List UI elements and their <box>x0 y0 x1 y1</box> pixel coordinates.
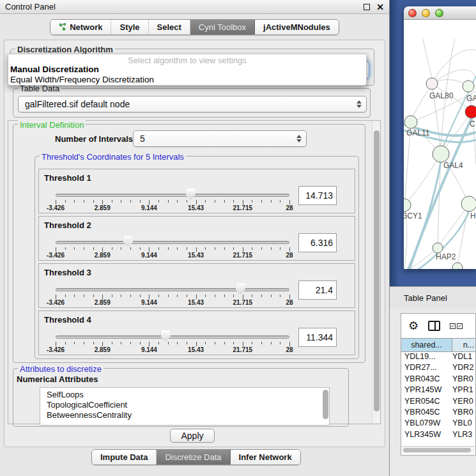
numerical-attributes-label: Numerical Attributes <box>17 374 98 384</box>
threshold-value-field[interactable]: 21.4 <box>298 280 337 300</box>
tab-discretize-data[interactable]: Discretize Data <box>157 450 230 464</box>
tab-cyni-toolbox[interactable]: Cyni Toolbox <box>190 20 255 35</box>
network-node[interactable] <box>404 116 417 128</box>
tick-mark <box>177 247 178 250</box>
tick-mark <box>205 200 206 203</box>
tab-style[interactable]: Style <box>111 20 148 35</box>
network-node[interactable] <box>433 146 449 162</box>
network-window-titlebar[interactable] <box>404 6 476 20</box>
attribute-list-item[interactable]: SelfLoops <box>47 390 329 400</box>
combo-stepper-icon <box>296 135 302 142</box>
tick-label: 9.144 <box>141 346 157 353</box>
table-row[interactable]: YDR27...YDR2 <box>401 363 475 374</box>
attribute-list-item[interactable]: BetweennessCentrality <box>47 410 329 420</box>
network-node[interactable] <box>426 78 438 89</box>
network-node[interactable] <box>433 243 443 253</box>
slider-track[interactable] <box>56 335 289 339</box>
number-of-intervals-combobox[interactable]: 5 <box>133 130 307 147</box>
table-panel-header: Table Panel <box>390 286 476 309</box>
threshold-value-field[interactable]: 14.713 <box>298 186 337 205</box>
tab-impute-data[interactable]: Impute Data <box>92 450 157 464</box>
tick-mark <box>205 295 206 297</box>
network-window: GAL80GACGAL11GAL4GCY1HHAP2 <box>404 6 476 269</box>
close-traffic-light-icon[interactable] <box>408 9 417 17</box>
table-horizontal-scrollbar[interactable] <box>402 446 475 453</box>
slider-tick-labels: -3.4262.8599.14415.4321.71528 <box>56 252 289 259</box>
tick-mark <box>102 247 103 252</box>
network-node[interactable] <box>452 263 463 269</box>
slider-track[interactable] <box>56 241 289 244</box>
panel-title: Control Panel <box>5 2 364 12</box>
control-panel: Control Panel ✕ Network Style Select Cyn… <box>0 0 390 476</box>
threshold-label: Threshold 2 <box>44 220 91 230</box>
tick-mark <box>252 200 252 203</box>
table-row[interactable]: YLR345WYLR3 <box>401 430 475 441</box>
tab-label: Infer Network <box>239 452 292 462</box>
tick-label: 28 <box>286 204 293 211</box>
float-window-icon[interactable] <box>364 4 370 10</box>
threshold-label: Threshold 4 <box>44 315 91 325</box>
vertical-scrollbar[interactable] <box>372 121 380 423</box>
tab-select[interactable]: Select <box>149 20 190 35</box>
threshold-value-field[interactable]: 6.316 <box>298 233 337 252</box>
tick-mark <box>74 247 75 250</box>
zoom-traffic-light-icon[interactable] <box>435 9 443 17</box>
slider-track[interactable] <box>56 288 289 291</box>
table-row[interactable]: YDL19...YDL1 <box>401 352 475 363</box>
tick-mark <box>215 342 215 344</box>
column-header-shared-name[interactable]: shared... <box>401 339 452 351</box>
network-node[interactable] <box>463 81 474 92</box>
table-row[interactable]: YPR145WYPR1 <box>401 385 475 396</box>
table-row[interactable]: YBR045CYBR0 <box>401 408 475 418</box>
network-node[interactable] <box>404 199 411 211</box>
cell-name: YBR0 <box>452 374 475 385</box>
close-icon[interactable]: ✕ <box>376 4 384 10</box>
tick-mark <box>84 295 84 297</box>
scrollbar-thumb[interactable] <box>374 130 380 411</box>
scrollbar-thumb[interactable] <box>403 448 471 452</box>
tick-mark <box>280 342 280 344</box>
slider-handle[interactable] <box>236 283 245 295</box>
table-panel-title: Table Panel <box>404 293 447 303</box>
table-data-value: galFiltered.sif default node <box>25 99 130 109</box>
tick-mark <box>289 295 290 299</box>
cell-name: YIL0 <box>452 441 475 442</box>
table-row[interactable]: YBR043CYBR0 <box>401 374 475 385</box>
tick-label: 2.859 <box>95 346 111 353</box>
network-node[interactable] <box>461 196 476 211</box>
tick-label: 21.715 <box>233 204 253 211</box>
gear-icon[interactable]: ⚙ <box>408 320 418 332</box>
tab-jactivemnodules[interactable]: jActiveMNodules <box>255 20 339 35</box>
tick-mark <box>130 295 131 297</box>
tick-mark <box>149 200 150 204</box>
numerical-attributes-list[interactable]: SelfLoopsTopologicalCoefficientBetweenne… <box>40 387 330 426</box>
slider-handle[interactable] <box>123 236 133 247</box>
attribute-list-item[interactable]: TopologicalCoefficient <box>47 400 329 410</box>
table-data-combobox[interactable]: galFiltered.sif default node <box>18 96 367 112</box>
tab-infer-network[interactable]: Infer Network <box>231 450 300 464</box>
table-row[interactable]: YIL052CYIL0 <box>401 441 475 442</box>
slider-handle[interactable] <box>186 188 196 200</box>
tick-mark <box>168 342 169 344</box>
tab-network[interactable]: Network <box>50 20 111 35</box>
network-node[interactable] <box>465 105 476 118</box>
threshold-panel: Threshold 1-3.4262.8599.14415.4321.71528… <box>38 169 355 213</box>
cell-shared-name: YBL079W <box>401 418 452 429</box>
tab-label: Network <box>70 22 102 32</box>
column-header-name[interactable]: n... <box>452 339 475 351</box>
slider-track[interactable] <box>56 194 289 197</box>
slider-handle[interactable] <box>161 330 171 342</box>
table-row[interactable]: YBL079WYBL0 <box>401 418 475 429</box>
table-row[interactable]: YER054CYER0 <box>401 397 475 408</box>
attributes-group-title: Attributes to discretize <box>18 364 104 374</box>
threshold-value-field[interactable]: 11.344 <box>298 328 337 347</box>
apply-button[interactable]: Apply <box>170 429 215 443</box>
network-canvas[interactable]: GAL80GACGAL11GAL4GCY1HHAP2 <box>404 20 476 269</box>
split-view-icon[interactable] <box>428 321 440 331</box>
list-scrollbar-thumb[interactable] <box>323 390 328 419</box>
network-edge <box>432 49 476 84</box>
select-columns-icon[interactable] <box>450 323 463 329</box>
minimize-traffic-light-icon[interactable] <box>422 9 430 17</box>
popup-item-equal-width-frequency[interactable]: Equal Width/Frequency Discretization <box>8 75 366 85</box>
popup-item-manual-discretization[interactable]: Manual Discretization <box>8 65 366 75</box>
